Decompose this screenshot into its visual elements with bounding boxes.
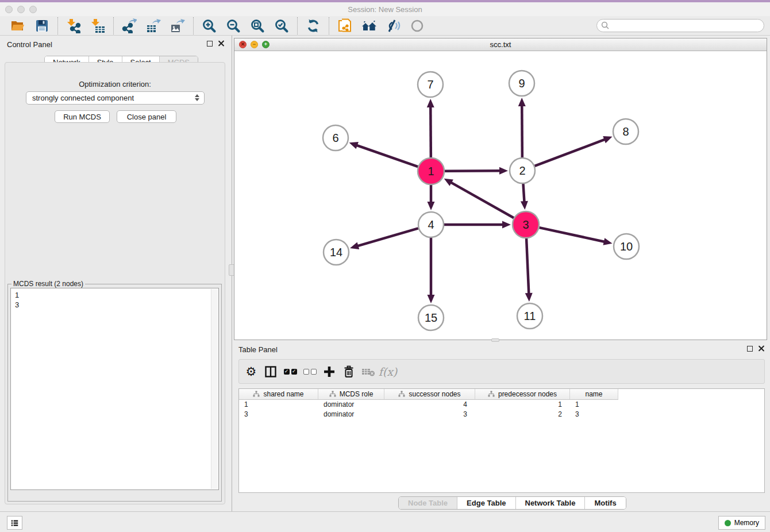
graph-node-8[interactable]: 8 (613, 119, 638, 144)
column-header-successor-nodes[interactable]: successor nodes (384, 389, 475, 400)
graph-node-7[interactable]: 7 (418, 72, 443, 97)
close-panel-button[interactable]: Close panel (117, 110, 176, 123)
graph-edge-2-8[interactable] (535, 139, 606, 165)
search-icon (601, 21, 610, 30)
graph-edge-1-6[interactable] (356, 145, 418, 167)
column-header-name[interactable]: name (570, 389, 618, 400)
close-panel-icon[interactable] (218, 40, 224, 47)
column-header-mcds-role[interactable]: MCDS role (318, 389, 384, 400)
search-input[interactable] (596, 19, 764, 32)
graph-node-4[interactable]: 4 (418, 212, 444, 237)
graph-node-1[interactable]: 1 (418, 158, 444, 184)
tab-node-table[interactable]: Node Table (399, 497, 457, 509)
select-all-button[interactable]: ✓✓ (280, 362, 300, 381)
hide-graphics-details-button[interactable] (384, 18, 402, 34)
column-header-shared-name[interactable]: shared name (239, 389, 318, 400)
graph-node-6[interactable]: 6 (323, 125, 348, 151)
save-session-button[interactable] (33, 18, 51, 34)
cell-shared-name[interactable]: 1 (239, 400, 318, 410)
svg-text:1: 1 (428, 165, 434, 178)
tab-network-table[interactable]: Network Table (516, 497, 586, 509)
cell-predecessor-nodes[interactable]: 1 (475, 400, 570, 410)
network-window-title: scc.txt (234, 40, 767, 49)
cell-successor-nodes[interactable]: 3 (384, 410, 475, 419)
deselect-all-button[interactable] (300, 362, 319, 381)
main-toolbar (0, 16, 770, 36)
import-table-button[interactable] (89, 18, 106, 34)
cell-predecessor-nodes[interactable]: 2 (475, 410, 570, 419)
close-table-panel-icon[interactable] (758, 345, 764, 352)
graph-edge-1-2[interactable] (445, 171, 500, 171)
eye-icon (409, 18, 425, 33)
table-splitter-grip[interactable] (491, 338, 499, 342)
tab-motifs[interactable]: Motifs (585, 497, 625, 509)
graph-node-10[interactable]: 10 (614, 234, 639, 259)
table-settings-button[interactable]: ⚙ (241, 362, 261, 381)
tab-edge-table[interactable]: Edge Table (457, 497, 515, 509)
run-mcds-button[interactable]: Run MCDS (55, 110, 110, 123)
cell-shared-name[interactable]: 3 (239, 410, 318, 419)
column-header-predecessor-nodes[interactable]: predecessor nodes (475, 389, 570, 400)
graph-edge-2-3[interactable] (523, 184, 524, 202)
graph-node-15[interactable]: 15 (418, 305, 444, 330)
graph-edge-arrowhead (499, 167, 508, 175)
toolbar-separator (193, 17, 194, 34)
show-hide-panels-button[interactable] (409, 18, 426, 34)
mcds-panel: Optimization criterion: strongly connect… (5, 62, 225, 504)
result-scrollbar[interactable] (211, 289, 218, 489)
clone-network-button[interactable] (336, 18, 353, 34)
cell-mcds-role[interactable]: dominator (318, 410, 384, 419)
refresh-button[interactable] (305, 18, 322, 34)
zoom-out-button[interactable] (225, 18, 242, 34)
graph-edge-1-7[interactable] (430, 106, 431, 157)
svg-text:14: 14 (330, 246, 342, 259)
cell-successor-nodes[interactable]: 4 (384, 400, 475, 410)
add-column-button[interactable] (319, 362, 339, 381)
graph-edge-3-11[interactable] (526, 238, 529, 294)
network-canvas[interactable]: 1234678910111415 (234, 51, 767, 340)
export-image-button[interactable] (169, 18, 186, 34)
export-network-button[interactable] (121, 18, 138, 34)
table-panel: Table Panel ⚙ ✓✓ (234, 342, 770, 511)
mcds-result-text[interactable]: 1 3 (10, 288, 219, 490)
cell-name[interactable]: 1 (570, 400, 618, 410)
graphics-details-icon (386, 18, 401, 33)
delete-table-button[interactable] (359, 362, 378, 381)
attribute-icon (329, 391, 336, 398)
task-history-button[interactable] (7, 516, 22, 530)
graph-edge-arrowhead (350, 242, 359, 249)
zoom-selected-icon (274, 18, 289, 33)
table-header-row: shared name MCDS role successor nodes pr… (239, 389, 764, 400)
import-network-button[interactable] (65, 18, 82, 34)
open-session-button[interactable] (9, 18, 26, 34)
graph-edge-arrowhead (502, 221, 511, 229)
optimization-criterion-dropdown[interactable]: strongly connected component (26, 91, 205, 105)
cell-mcds-role[interactable]: dominator (318, 400, 384, 410)
zoom-fit-button[interactable] (249, 18, 266, 34)
memory-button[interactable]: Memory (718, 516, 765, 530)
zoom-selected-button[interactable] (273, 18, 290, 34)
column-chooser-button[interactable] (261, 362, 280, 381)
graph-node-2[interactable]: 2 (510, 158, 535, 183)
float-table-panel-icon[interactable] (747, 346, 753, 352)
delete-column-button[interactable] (339, 362, 359, 381)
result-line: 3 (15, 300, 208, 310)
export-table-button[interactable] (145, 18, 162, 34)
table-row[interactable]: 1 dominator 4 1 1 (239, 400, 764, 410)
table-row[interactable]: 3 dominator 3 2 3 (239, 410, 764, 419)
graph-node-11[interactable]: 11 (517, 303, 542, 329)
function-builder-button[interactable]: f(x) (378, 362, 398, 381)
cell-name[interactable]: 3 (570, 410, 618, 419)
zoom-in-button[interactable] (201, 18, 218, 34)
graph-edge-3-1[interactable] (451, 182, 514, 218)
graph-node-14[interactable]: 14 (324, 240, 349, 265)
graph-node-3[interactable]: 3 (513, 211, 539, 238)
graph-edge-2-9[interactable] (522, 105, 522, 157)
search-field-wrap (596, 19, 764, 32)
home-button[interactable] (360, 18, 378, 34)
network-window-titlebar[interactable]: ✕ − + scc.txt (234, 38, 767, 51)
float-panel-icon[interactable] (207, 41, 213, 47)
graph-edge-3-10[interactable] (539, 228, 605, 242)
graph-node-9[interactable]: 9 (509, 71, 534, 96)
graph-edge-4-14[interactable] (357, 228, 418, 246)
